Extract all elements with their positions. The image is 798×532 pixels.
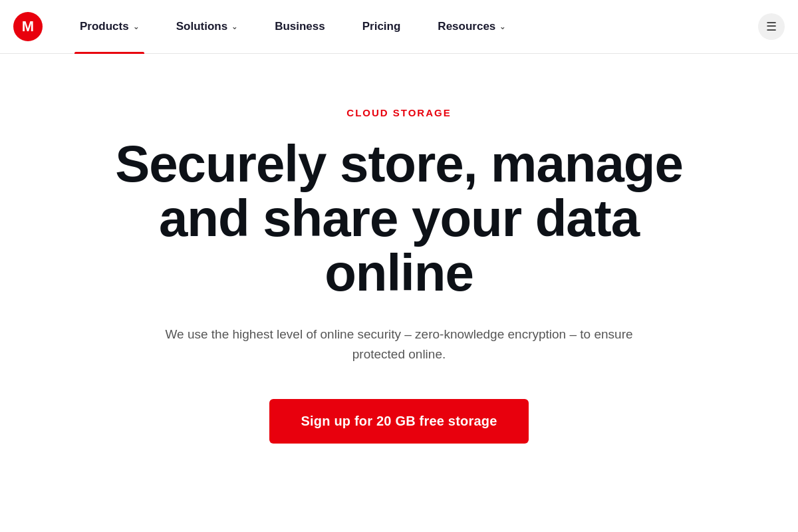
nav-item-pricing[interactable]: Pricing — [344, 0, 420, 54]
nav-label-solutions: Solutions — [176, 20, 227, 33]
menu-icon: ☰ — [766, 19, 777, 34]
hero-section: CLOUD STORAGE Securely store, manage and… — [0, 54, 798, 483]
nav-label-resources: Resources — [438, 20, 495, 33]
nav-label-business: Business — [275, 20, 325, 33]
nav-item-solutions[interactable]: Solutions ⌄ — [158, 0, 256, 54]
nav-right-menu-icon[interactable]: ☰ — [758, 13, 785, 40]
chevron-down-icon: ⌄ — [231, 23, 237, 31]
nav-items: Products ⌄ Solutions ⌄ Business Pricing … — [61, 0, 758, 54]
navbar: M Products ⌄ Solutions ⌄ Business Pricin… — [0, 0, 798, 54]
hero-subtitle-line2: protected online. — [352, 347, 446, 361]
nav-label-pricing: Pricing — [362, 20, 401, 33]
logo[interactable]: M — [13, 12, 43, 41]
chevron-down-icon: ⌄ — [499, 23, 505, 31]
logo-letter: M — [22, 19, 34, 34]
hero-title-line2: and share your data — [159, 189, 639, 247]
hero-title: Securely store, manage and share your da… — [115, 137, 683, 301]
hero-subtitle-line1: We use the highest level of online secur… — [165, 327, 632, 341]
signup-cta-button[interactable]: Sign up for 20 GB free storage — [269, 399, 529, 444]
nav-item-products[interactable]: Products ⌄ — [61, 0, 158, 54]
hero-title-line3: online — [325, 243, 473, 302]
nav-item-business[interactable]: Business — [256, 0, 344, 54]
chevron-down-icon: ⌄ — [133, 23, 139, 31]
nav-label-products: Products — [80, 20, 129, 33]
hero-eyebrow: CLOUD STORAGE — [346, 107, 451, 118]
hero-title-line1: Securely store, manage — [115, 134, 683, 193]
nav-item-resources[interactable]: Resources ⌄ — [419, 0, 524, 54]
hero-subtitle: We use the highest level of online secur… — [165, 325, 632, 365]
